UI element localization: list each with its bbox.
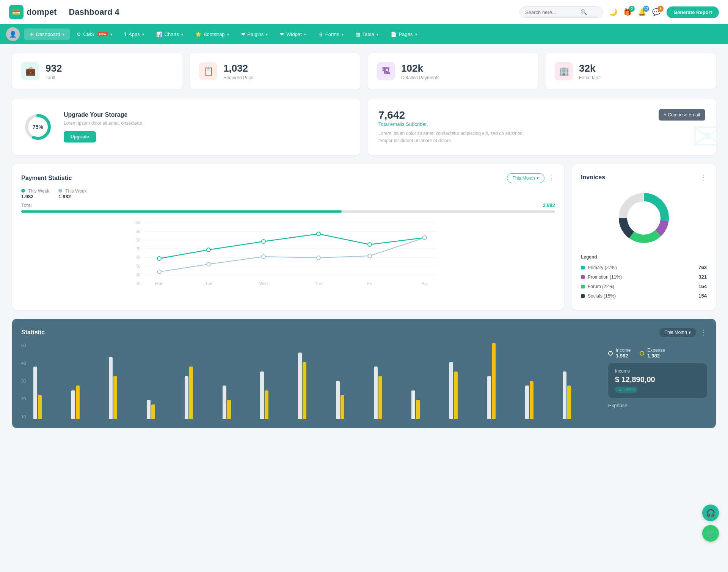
bar-group-3 [147, 400, 183, 419]
invoices-card: Invoices ⋮ Legend [572, 164, 716, 310]
stat-card-force-tariff: 🏢 32k Force tariff [546, 53, 716, 89]
statistic-controls: This Month ▾ ⋮ [659, 328, 707, 337]
bar-group-1 [71, 386, 108, 419]
stat-card-detailed-payments: 🏗 102k Detalled Payments [368, 53, 538, 89]
force-tariff-label: Force tariff [579, 75, 601, 80]
svg-point-21 [368, 243, 372, 246]
nav-item-widget[interactable]: ❤ Widget ▾ [275, 28, 311, 40]
legend-item-socials: Socials (15%) 154 [581, 291, 707, 301]
tariff-label: Tariff [46, 75, 62, 80]
compose-email-button[interactable]: + Compose Email [659, 109, 705, 121]
tariff-icon: 💼 [21, 62, 39, 80]
white-bar-4 [185, 376, 188, 419]
cms-caret: ▾ [110, 32, 112, 36]
detailed-payments-value: 102k [401, 63, 439, 74]
bootstrap-caret: ▾ [227, 32, 229, 36]
bar-group-9 [374, 367, 410, 419]
svg-text:Sat: Sat [422, 281, 428, 286]
y-label-40: 40 [21, 361, 26, 365]
nav-item-cms[interactable]: ⚙ CMS New ▾ [71, 28, 118, 40]
storage-info: Upgrade Your Storage Lorem ipsum dolor s… [64, 111, 143, 143]
yellow-bar-9 [378, 376, 382, 419]
pages-icon: 📄 [391, 31, 397, 37]
statistic-header: Statistic This Month ▾ ⋮ [21, 328, 707, 337]
white-bar-8 [336, 381, 340, 419]
nav-avatar: 👤 [6, 27, 20, 41]
bar-group-8 [336, 381, 372, 419]
svg-text:50: 50 [136, 264, 141, 268]
chat-button[interactable]: 💬 5 [652, 8, 661, 16]
bar-group-10 [411, 390, 448, 419]
chat-badge: 5 [657, 6, 664, 12]
svg-text:Wed: Wed [259, 281, 268, 286]
statistic-kebab-menu[interactable]: ⋮ [700, 328, 707, 337]
expense-legend-dot [640, 351, 644, 356]
payment-kebab-menu[interactable]: ⋮ [548, 174, 555, 182]
filter-caret-icon: ▾ [537, 176, 539, 181]
logo-icon: 💳 [9, 5, 24, 19]
nav-item-plugins[interactable]: ❤ Plugins ▾ [236, 28, 273, 40]
white-bar-2 [109, 357, 113, 419]
search-bar[interactable]: 🔍 [519, 6, 603, 18]
upgrade-button[interactable]: Upgrade [64, 131, 96, 143]
bar-group-14 [563, 371, 599, 419]
income-popup-value: $ 12,890,00 [615, 375, 700, 384]
y-label-10: 10 [21, 414, 26, 419]
table-icon: ▦ [356, 31, 360, 37]
svg-point-20 [317, 232, 320, 236]
payment-total-row: Total 3.982 [21, 202, 555, 208]
bar-group-12 [487, 343, 524, 419]
svg-text:60: 60 [136, 255, 141, 260]
white-bar-1 [71, 390, 75, 419]
nav-item-bootstrap[interactable]: ⭐ Bootstrap ▾ [190, 28, 234, 40]
yellow-bar-10 [416, 400, 420, 419]
stat-cards: 💼 932 Tariff 📋 1,032 Required Price 🏗 10… [12, 53, 716, 89]
this-month-button[interactable]: This Month ▾ [507, 173, 544, 183]
income-popup-badge: ▲ +15% [615, 387, 637, 393]
cms-icon: ⚙ [77, 31, 81, 37]
bar-group-0 [33, 367, 70, 419]
search-input[interactable] [525, 9, 578, 15]
statistic-body: 50 40 30 20 10 Income 1.982 [21, 343, 707, 419]
statistic-legend-expense: Expense 1.982 [640, 348, 665, 359]
apps-caret: ▾ [142, 32, 144, 36]
nav-item-apps[interactable]: ℹ Apps ▾ [119, 28, 149, 40]
nav-item-dashboard[interactable]: ⊞ Dashboard ▾ [24, 28, 70, 40]
legend-item-forum-left: Forum (22%) [581, 284, 614, 289]
svg-point-24 [207, 262, 210, 266]
nav-item-forms[interactable]: 🖨 Forms ▾ [313, 28, 349, 40]
svg-point-27 [368, 254, 372, 258]
white-bar-3 [147, 400, 151, 419]
force-tariff-value: 32k [579, 63, 601, 74]
required-price-info: 1,032 Required Price [223, 63, 253, 80]
legend-item-promotion-left: Promotion (11%) [581, 274, 622, 280]
y-label-50: 50 [21, 343, 26, 348]
gift-button[interactable]: 🎁 2 [623, 8, 632, 16]
search-icon[interactable]: 🔍 [581, 9, 587, 15]
email-card: 7,642 Total emails Subcriber. Lorem ipsu… [368, 99, 716, 155]
widget-icon: ❤ [280, 31, 284, 37]
generate-report-button[interactable]: Generate Report [667, 6, 719, 18]
bell-button[interactable]: 🔔 12 [638, 8, 646, 16]
payment-header: Payment Statistic This Month ▾ ⋮ [21, 173, 555, 183]
moon-icon[interactable]: 🌙 [609, 8, 617, 16]
yellow-bar-7 [303, 362, 306, 419]
nav-item-table[interactable]: ▦ Table ▾ [350, 28, 384, 40]
white-bar-6 [260, 371, 264, 419]
income-legend-dot [608, 351, 613, 356]
email-info: 7,642 Total emails Subcriber. Lorem ipsu… [378, 109, 538, 144]
charts-row: Payment Statistic This Month ▾ ⋮ This We… [12, 164, 716, 310]
forms-icon: 🖨 [318, 31, 323, 37]
table-caret: ▾ [377, 32, 378, 36]
legend-dot-1 [58, 189, 62, 193]
svg-point-18 [207, 248, 210, 252]
nav-item-pages[interactable]: 📄 Pages ▾ [385, 28, 422, 40]
header-icons: 🌙 🎁 2 🔔 12 💬 5 Generate Report [609, 6, 719, 18]
svg-text:Tue: Tue [205, 281, 212, 286]
white-bar-11 [449, 362, 453, 419]
yellow-bar-5 [227, 400, 231, 419]
statistic-this-month-button[interactable]: This Month ▾ [659, 328, 696, 337]
invoices-kebab-menu[interactable]: ⋮ [700, 173, 707, 182]
nav-item-charts[interactable]: 📊 Charts ▾ [151, 28, 188, 40]
expense-label: Expense [608, 403, 707, 408]
